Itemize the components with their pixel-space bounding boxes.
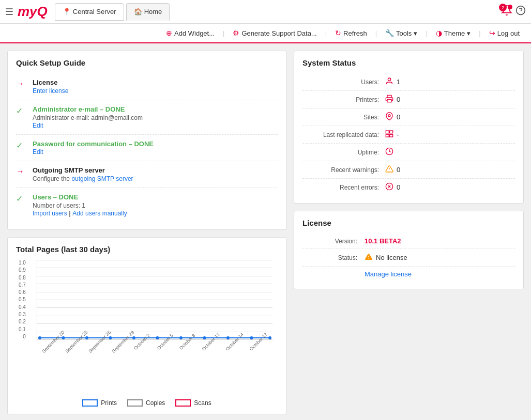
setup-desc-license: Enter license — [33, 87, 68, 95]
license-warning-icon — [365, 253, 373, 262]
theme-icon: ◑ — [436, 29, 442, 37]
logout-button[interactable]: ↪ Log out — [485, 27, 524, 39]
status-value-replicated: - — [385, 130, 399, 139]
setup-title-users: Users – DONE — [33, 193, 127, 201]
status-label-warnings: Recent warnings: — [302, 166, 385, 174]
svg-point-3 — [38, 336, 41, 339]
status-label-replicated: Last replicated data: — [302, 131, 385, 138]
add-widget-button[interactable]: ⊕ Add Widget... — [162, 27, 219, 39]
quick-setup-title: Quick Setup Guide — [16, 58, 278, 67]
legend-copies: Copies — [127, 399, 165, 407]
setup-check-icon-password: ✓ — [16, 141, 26, 150]
setup-arrow-icon-smtp: → — [16, 167, 26, 176]
help-icon[interactable] — [515, 5, 526, 18]
setup-title-password: Password for communication – DONE — [33, 140, 154, 148]
svg-point-14 — [388, 78, 390, 81]
warning-icon — [385, 165, 393, 175]
right-column: System Status Users: 1 Printers: — [294, 51, 524, 411]
license-card-title: License — [302, 219, 515, 227]
setup-body-license: License Enter license — [33, 79, 68, 95]
license-row-status: Status: No license — [302, 249, 515, 267]
printer-icon — [385, 95, 393, 104]
warnings-count: 0 — [397, 166, 400, 174]
license-row-version: Version: 10.1 BETA2 — [302, 234, 515, 249]
y-labels: 1.0 0.9 0.8 0.7 0.6 0.5 0.4 0.3 0.2 0.1 … — [19, 260, 26, 339]
setup-body-password: Password for communication – DONE Edit — [33, 140, 154, 155]
setup-item-admin-email: ✓ Administrator e-mail – DONE Administra… — [16, 100, 278, 135]
svg-rect-17 — [386, 131, 389, 133]
svg-rect-19 — [386, 134, 389, 137]
total-pages-card: Total Pages (last 30 days) 1.0 0.9 0.8 0… — [7, 237, 286, 414]
prints-legend-box — [82, 399, 98, 407]
tab-central-server[interactable]: 📍 Central Server — [55, 3, 124, 21]
notification-bell-icon[interactable]: 2 — [501, 5, 512, 19]
location-icon — [385, 112, 393, 122]
license-card: License Version: 10.1 BETA2 Status: No l… — [294, 211, 524, 289]
replicate-icon — [385, 130, 393, 139]
notification-count: 2 — [499, 4, 507, 11]
scans-legend-label: Scans — [194, 399, 211, 407]
quick-setup-card: Quick Setup Guide → License Enter licens… — [7, 51, 286, 230]
logo: myQ — [18, 4, 48, 20]
chart-legend: Prints Copies Scans — [16, 399, 278, 407]
status-value-uptime — [385, 147, 397, 157]
edit-password-link[interactable]: Edit — [33, 148, 43, 155]
theme-chevron-icon: ▾ — [467, 29, 471, 37]
user-icon — [385, 77, 393, 87]
top-bar: ☰ myQ 📍 Central Server 🏠 Home 2 — [0, 0, 531, 24]
status-label-users: Users: — [302, 79, 385, 86]
status-value-users: 1 — [385, 77, 400, 87]
setup-item-password: ✓ Password for communication – DONE Edit — [16, 135, 278, 161]
tools-button[interactable]: 🔧 Tools ▾ — [381, 27, 421, 39]
tab-home-label: Home — [144, 8, 162, 15]
status-label-sites: Sites: — [302, 114, 385, 121]
setup-title-email: Administrator e-mail – DONE — [33, 105, 143, 113]
chart-svg — [37, 260, 272, 339]
setup-desc-users: Number of users: 1 — [33, 202, 127, 209]
license-status-label: Status: — [302, 254, 365, 261]
hamburger-icon[interactable]: ☰ — [5, 6, 13, 18]
import-users-link[interactable]: Import users — [33, 210, 67, 217]
manage-license-link[interactable]: Manage license — [365, 270, 412, 278]
tab-central-server-label: Central Server — [73, 8, 116, 15]
main-content: Quick Setup Guide → License Enter licens… — [0, 43, 531, 418]
add-users-manually-link[interactable]: Add users manually — [72, 210, 127, 217]
replicated-value: - — [397, 131, 399, 138]
copies-legend-label: Copies — [146, 399, 165, 407]
status-label-uptime: Uptime: — [302, 149, 385, 156]
svg-point-8 — [156, 336, 159, 339]
refresh-button[interactable]: ↻ Refresh — [331, 27, 371, 39]
status-label-errors: Recent errors: — [302, 184, 385, 191]
enter-license-link[interactable]: Enter license — [33, 87, 68, 95]
theme-button[interactable]: ◑ Theme ▾ — [432, 27, 475, 39]
x-labels: September 20 September 23 September 26 S… — [37, 340, 272, 368]
home-icon: 🏠 — [134, 8, 142, 15]
legend-scans: Scans — [175, 399, 211, 407]
setup-desc-smtp: Configure the outgoing SMTP server — [33, 175, 133, 182]
tab-home[interactable]: 🏠 Home — [126, 3, 170, 21]
setup-arrow-icon: → — [16, 79, 26, 88]
svg-point-0 — [508, 5, 512, 9]
users-links: Import users | Add users manually — [33, 209, 127, 217]
status-row-uptime: Uptime: — [302, 144, 515, 161]
generate-support-button[interactable]: ⚙ Generate Support Data... — [229, 27, 321, 39]
system-status-title: System Status — [302, 58, 515, 67]
svg-point-11 — [226, 336, 230, 339]
svg-point-12 — [250, 336, 253, 339]
setup-item-license: → License Enter license — [16, 73, 278, 100]
edit-email-link[interactable]: Edit — [33, 122, 43, 129]
left-column: Quick Setup Guide → License Enter licens… — [7, 51, 286, 411]
errors-count: 0 — [397, 183, 400, 191]
setup-item-smtp: → Outgoing SMTP server Configure the out… — [16, 161, 278, 188]
svg-point-10 — [203, 336, 206, 339]
chart-area: 1.0 0.9 0.8 0.7 0.6 0.5 0.4 0.3 0.2 0.1 … — [37, 260, 272, 340]
scans-legend-box — [175, 399, 191, 407]
chart-wrapper: 1.0 0.9 0.8 0.7 0.6 0.5 0.4 0.3 0.2 0.1 … — [37, 260, 272, 340]
setup-desc-email: Administrator e-mail: admin@email.com — [33, 114, 143, 121]
smtp-link[interactable]: outgoing SMTP server — [71, 175, 133, 182]
setup-body-email: Administrator e-mail – DONE Administrato… — [33, 105, 143, 129]
users-count: 1 — [397, 78, 400, 86]
license-row-manage: Manage license — [302, 267, 515, 282]
system-status-card: System Status Users: 1 Printers: — [294, 51, 524, 204]
svg-point-16 — [388, 115, 390, 117]
